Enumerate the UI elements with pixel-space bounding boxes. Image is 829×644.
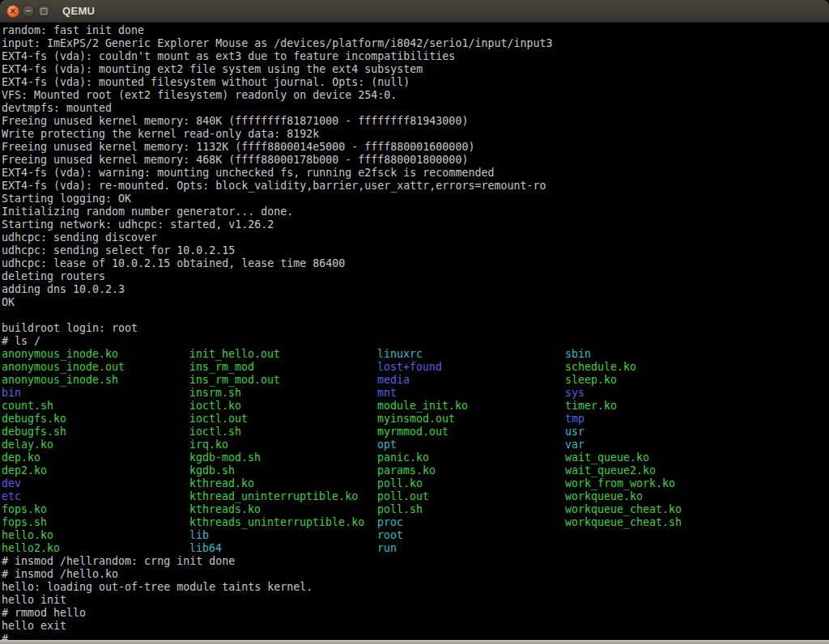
window-bottom-edge [0, 640, 829, 644]
close-icon: × [10, 7, 16, 15]
file-entry: sys [565, 387, 753, 400]
ls-output-row: debugfs.shioctl.shmyrmmod.outusr [2, 426, 829, 439]
ls-output-row: bininsrm.shmntsys [2, 387, 829, 400]
console-line [2, 309, 829, 322]
window-title: QEMU [62, 5, 95, 17]
file-entry: fops.ko [2, 503, 189, 516]
console-text: udhcpc: lease of 10.0.2.15 obtained, lea… [2, 257, 345, 269]
close-button[interactable]: × [6, 5, 19, 18]
file-entry: ioctl.out [189, 413, 377, 426]
console-line: hello exit [2, 620, 829, 633]
ls-output-row: devkthread.kopoll.kowork_from_work.ko [2, 477, 829, 490]
maximize-icon: □ [40, 7, 47, 15]
console-line: # insmod /hellrandom: crng init done [2, 555, 829, 568]
file-entry: var [565, 439, 753, 451]
file-entry: ins_rm_mod.out [189, 374, 377, 387]
file-entry: myrmmod.out [377, 426, 565, 439]
console-text: EXT4-fs (vda): couldn't mount as ext3 du… [2, 50, 455, 62]
console-line: Freeing unused kernel memory: 840K (ffff… [2, 115, 829, 128]
file-entry: panic.ko [377, 451, 565, 464]
file-entry: ioctl.sh [189, 426, 377, 439]
file-entry: mnt [377, 387, 565, 400]
minimize-button[interactable]: − [22, 5, 35, 18]
file-entry: run [377, 542, 565, 555]
file-entry: kthread.ko [189, 477, 377, 490]
console-text: buildroot login: root [2, 322, 138, 334]
console-line: udhcpc: sending discover [2, 231, 829, 244]
ls-output-row: anonymous_inode.outins_rm_modlost+founds… [2, 361, 829, 374]
maximize-button[interactable]: □ [37, 5, 50, 18]
console-text: # ls / [2, 335, 40, 347]
file-entry: opt [377, 439, 565, 451]
ls-output-row: fops.shkthreads_uninterruptible.koprocwo… [2, 516, 829, 529]
file-entry: anonymous_inode.ko [2, 348, 189, 361]
console-text: Freeing unused kernel memory: 1132K (fff… [2, 141, 474, 153]
file-entry: media [377, 374, 565, 387]
file-entry: poll.out [377, 490, 565, 503]
file-entry: poll.ko [377, 477, 565, 490]
console-text: # insmod /hellrandom: crng init done [2, 555, 235, 567]
console-text: Starting network: udhcpc: started, v1.26… [2, 218, 274, 231]
console-text: hello exit [2, 620, 66, 632]
file-entry: dep.ko [2, 451, 189, 464]
console-text: udhcpc: sending discover [2, 231, 157, 244]
file-entry: fops.sh [2, 516, 189, 529]
file-entry: params.ko [377, 464, 565, 477]
console-line: devtmpfs: mounted [2, 102, 829, 115]
file-entry: wait_queue2.ko [565, 464, 753, 477]
file-entry: schedule.ko [565, 361, 753, 374]
ls-output-row: debugfs.koioctl.outmyinsmod.outtmp [2, 413, 829, 426]
console-text: adding dns 10.0.2.3 [2, 283, 125, 295]
file-entry: sbin [565, 348, 753, 361]
terminal[interactable]: random: fast init doneinput: ImExPS/2 Ge… [0, 23, 829, 644]
console-text: EXT4-fs (vda): re-mounted. Opts: block_v… [2, 180, 546, 192]
file-entry: anonymous_inode.sh [2, 374, 189, 387]
file-entry: kthread_uninterruptible.ko [189, 490, 377, 503]
console-line: VFS: Mounted root (ext2 filesystem) read… [2, 89, 829, 102]
file-entry: kthreads.ko [189, 503, 377, 516]
console-line: buildroot login: root [2, 322, 829, 335]
ls-output-row: count.shioctl.komodule_init.kotimer.ko [2, 400, 829, 413]
file-entry: debugfs.sh [2, 426, 189, 439]
console-line: adding dns 10.0.2.3 [2, 283, 829, 296]
file-entry: debugfs.ko [2, 413, 189, 426]
ls-output-row: etckthread_uninterruptible.kopoll.outwor… [2, 490, 829, 503]
ls-output-row: anonymous_inode.koinit_hello.outlinuxrcs… [2, 348, 829, 361]
file-entry: work_from_work.ko [565, 477, 753, 490]
ls-output-row: dep.kokgdb-mod.shpanic.kowait_queue.ko [2, 451, 829, 464]
console-text: # insmod /hello.ko [2, 568, 118, 580]
file-entry: dep2.ko [2, 464, 189, 477]
file-entry: count.sh [2, 400, 189, 413]
file-entry: poll.sh [377, 503, 565, 516]
file-entry: kgdb-mod.sh [189, 451, 377, 464]
console-text: hello: loading out-of-tree module taints… [2, 581, 312, 593]
console-text: random: fast init done [2, 24, 144, 36]
console-text: EXT4-fs (vda): mounted filesystem withou… [2, 76, 410, 88]
console-line: random: fast init done [2, 24, 829, 37]
file-entry: usr [565, 426, 753, 439]
console-text: EXT4-fs (vda): warning: mounting uncheck… [2, 167, 494, 179]
console-line: Freeing unused kernel memory: 1132K (fff… [2, 141, 829, 154]
console-line: OK [2, 296, 829, 309]
file-entry: bin [2, 387, 189, 400]
console-text: udhcpc: sending select for 10.0.2.15 [2, 244, 235, 256]
console-text: deleting routers [2, 270, 105, 282]
file-entry: workqueue.ko [565, 490, 753, 503]
console-line: Initializing random number generator... … [2, 205, 829, 218]
console-line: # ls / [2, 335, 829, 348]
titlebar: × − □ QEMU [0, 0, 829, 23]
console-text: devtmpfs: mounted [2, 102, 112, 114]
console-line: EXT4-fs (vda): mounted filesystem withou… [2, 76, 829, 89]
file-entry: delay.ko [2, 439, 189, 451]
ls-output-row: anonymous_inode.shins_rm_mod.outmediasle… [2, 374, 829, 387]
console-line: # insmod /hello.ko [2, 568, 829, 581]
console-line: Starting logging: OK [2, 193, 829, 205]
ls-output-row: fops.kokthreads.kopoll.shworkqueue_cheat… [2, 503, 829, 516]
file-entry: tmp [565, 413, 753, 426]
file-entry: myinsmod.out [377, 413, 565, 426]
file-entry: sleep.ko [565, 374, 753, 387]
file-entry: etc [2, 490, 189, 503]
console-line: udhcpc: sending select for 10.0.2.15 [2, 244, 829, 257]
file-entry: root [377, 529, 565, 542]
console-line: EXT4-fs (vda): couldn't mount as ext3 du… [2, 50, 829, 63]
